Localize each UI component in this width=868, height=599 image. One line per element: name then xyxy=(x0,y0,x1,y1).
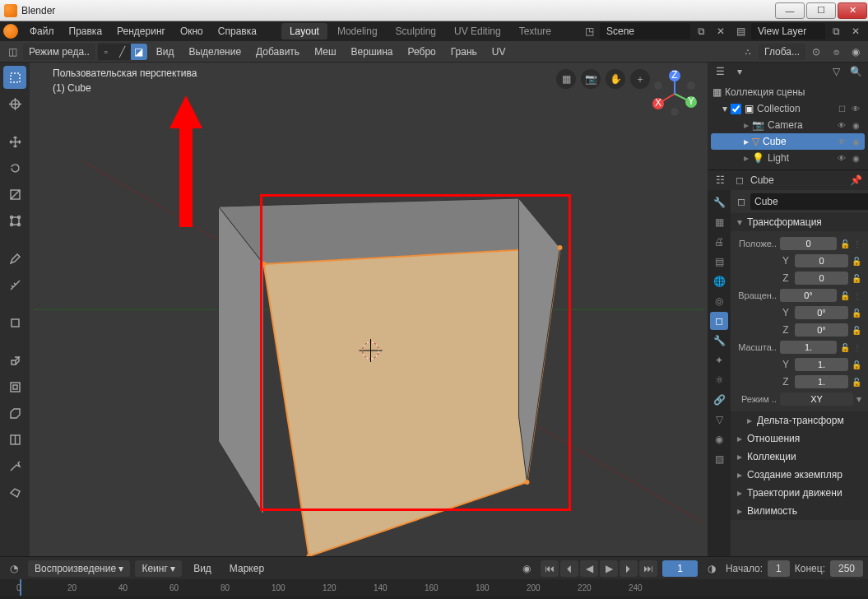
location-y-field[interactable]: 0 xyxy=(795,254,848,267)
keyframe-prev-button[interactable]: ⏴ xyxy=(560,560,578,577)
outliner-filter-icon[interactable]: ▽ xyxy=(829,64,843,79)
properties-tab-scene[interactable]: 🌐 xyxy=(710,272,728,290)
lock-icon[interactable]: 🔓 xyxy=(852,274,861,283)
lock-icon[interactable]: 🔓 xyxy=(852,378,861,387)
outliner-display-mode-icon[interactable]: ▾ xyxy=(732,64,747,79)
viewport-3d[interactable]: Пользовательская перспектива (1) Cube ▦ … xyxy=(30,63,708,556)
menu-help[interactable]: Справка xyxy=(211,23,263,39)
timeline-view-menu[interactable]: Вид xyxy=(187,560,218,577)
properties-tab-viewlayer[interactable]: ▤ xyxy=(710,253,728,271)
outliner-item-label[interactable]: Cube xyxy=(763,136,787,147)
face-select-mode[interactable]: ◪ xyxy=(131,44,147,60)
toggle-hide-icon[interactable]: 👁 xyxy=(836,152,847,164)
outliner-editor-icon[interactable]: ☰ xyxy=(713,64,727,79)
viewport-camera-button[interactable]: ▦ xyxy=(556,69,576,89)
scene-copy-icon[interactable]: ⧉ xyxy=(694,24,708,39)
pivot-icon[interactable]: ⊙ xyxy=(809,44,824,59)
lock-icon[interactable]: 🔓 xyxy=(852,309,861,318)
lock-icon[interactable]: 🔓 xyxy=(840,343,850,352)
keying-dropdown[interactable]: Кеинг ▾ xyxy=(135,560,182,577)
viewlayer-close-icon[interactable]: ✕ xyxy=(848,24,863,39)
panel-relations[interactable]: Отношения xyxy=(731,430,868,448)
play-button[interactable]: ▶ xyxy=(600,560,618,577)
tool-box-select[interactable] xyxy=(3,66,26,89)
properties-tab-render[interactable]: ▦ xyxy=(710,213,728,231)
panel-motion[interactable]: Траектории движени xyxy=(731,484,868,502)
viewport-pan-button[interactable]: ✋ xyxy=(606,69,625,89)
tool-annotate[interactable] xyxy=(3,247,26,270)
tool-knife[interactable] xyxy=(3,454,26,477)
tool-transform[interactable] xyxy=(3,209,26,232)
toggle-restrict-icon[interactable]: ◉ xyxy=(850,136,861,147)
tool-menu-vertex[interactable]: Вершина xyxy=(345,44,400,60)
toggle-exclude-icon[interactable]: ☐ xyxy=(836,103,847,114)
end-frame-field[interactable]: 250 xyxy=(830,560,863,577)
properties-tab-data[interactable]: ▽ xyxy=(710,411,728,429)
collection-enable-checkbox[interactable] xyxy=(731,104,741,114)
vertex-select-mode[interactable]: ▫ xyxy=(98,44,114,60)
jump-end-button[interactable]: ⏭ xyxy=(639,560,657,577)
outliner-item-label[interactable]: Camera xyxy=(768,119,803,131)
menu-edit[interactable]: Правка xyxy=(63,23,109,39)
tool-add-cube[interactable] xyxy=(3,311,26,334)
properties-tab-object[interactable]: ◻ xyxy=(710,312,728,330)
scene-collection-label[interactable]: Коллекция сцены xyxy=(725,86,805,98)
window-maximize-button[interactable]: ☐ xyxy=(806,2,836,19)
tool-cursor[interactable] xyxy=(3,92,26,115)
tool-bevel[interactable] xyxy=(3,402,26,425)
rotation-mode-dropdown[interactable]: XY xyxy=(780,392,853,406)
toggle-restrict-icon[interactable]: ◉ xyxy=(850,152,861,164)
tool-loopcut[interactable] xyxy=(3,428,26,451)
properties-tab-material[interactable]: ◉ xyxy=(710,430,728,448)
collection-label[interactable]: Collection xyxy=(757,103,801,114)
tool-menu-edge[interactable]: Ребро xyxy=(402,44,443,60)
keyframe-next-button[interactable]: ⏵ xyxy=(620,560,638,577)
toggle-hide-icon[interactable]: 👁 xyxy=(836,136,847,147)
location-z-field[interactable]: 0 xyxy=(795,272,848,285)
tool-menu-add[interactable]: Добавить xyxy=(249,44,306,60)
properties-tab-particles[interactable]: ✦ xyxy=(710,351,728,369)
start-frame-field[interactable]: 1 xyxy=(768,560,790,577)
tool-menu-uv[interactable]: UV xyxy=(485,44,513,60)
timeline-ruler[interactable]: 020406080100120140160180200220240 xyxy=(0,579,868,596)
tool-menu-select[interactable]: Выделение xyxy=(182,44,248,60)
jump-start-button[interactable]: ⏮ xyxy=(541,560,559,577)
playback-dropdown[interactable]: Воспроизведение ▾ xyxy=(28,560,130,577)
toggle-restrict-icon[interactable]: ◉ xyxy=(850,119,861,131)
rotation-z-field[interactable]: 0° xyxy=(795,323,848,337)
menu-file[interactable]: Файл xyxy=(23,23,61,39)
outliner-item-label[interactable]: Light xyxy=(768,152,789,164)
pin-icon[interactable]: 📌 xyxy=(848,173,863,188)
orientation-dropdown[interactable]: Глоба... xyxy=(759,44,805,60)
proportional-icon[interactable]: ◉ xyxy=(848,44,863,59)
window-minimize-button[interactable]: — xyxy=(775,2,805,19)
panel-instancing[interactable]: Создание экземпляр xyxy=(731,466,868,484)
workspace-texture[interactable]: Texture xyxy=(511,23,559,39)
outliner-search-icon[interactable]: 🔍 xyxy=(848,64,863,79)
toggle-hide-icon[interactable]: 👁 xyxy=(850,103,861,114)
scale-x-field[interactable]: 1. xyxy=(780,341,837,354)
rotation-y-field[interactable]: 0° xyxy=(795,306,848,319)
chevron-down-icon[interactable]: ▾ xyxy=(722,103,727,114)
tool-rotate[interactable] xyxy=(3,156,26,179)
editor-type-icon[interactable]: ◫ xyxy=(5,44,20,59)
current-frame-field[interactable]: 1 xyxy=(662,560,698,577)
tool-scale[interactable] xyxy=(3,183,26,206)
workspace-layout[interactable]: Layout xyxy=(281,23,327,39)
location-x-field[interactable]: 0 xyxy=(780,237,837,250)
workspace-modeling[interactable]: Modeling xyxy=(329,23,386,39)
tool-extrude[interactable] xyxy=(3,349,26,372)
chevron-right-icon[interactable]: ▸ xyxy=(744,152,749,164)
menu-window[interactable]: Окно xyxy=(174,23,210,39)
navigation-gizmo[interactable]: X Y Z xyxy=(650,69,699,118)
workspace-uv-editing[interactable]: UV Editing xyxy=(446,23,509,39)
menu-render[interactable]: Рендеринг xyxy=(110,23,172,39)
tool-menu-view[interactable]: Вид xyxy=(150,44,181,60)
edge-select-mode[interactable]: ╱ xyxy=(114,44,131,60)
workspace-sculpting[interactable]: Sculpting xyxy=(388,23,444,39)
properties-tab-constraints[interactable]: 🔗 xyxy=(710,391,728,409)
viewlayer-copy-icon[interactable]: ⧉ xyxy=(829,24,843,39)
rotation-x-field[interactable]: 0° xyxy=(780,289,837,302)
mode-dropdown[interactable]: Режим реда.. xyxy=(23,44,95,60)
panel-collections[interactable]: Коллекции xyxy=(731,448,868,466)
